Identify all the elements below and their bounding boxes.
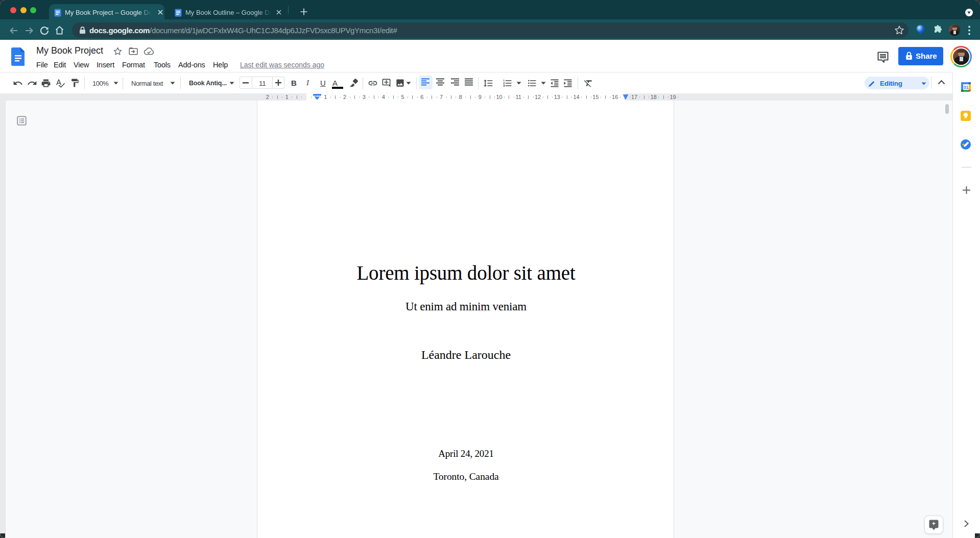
svg-text:31: 31: [964, 85, 969, 90]
